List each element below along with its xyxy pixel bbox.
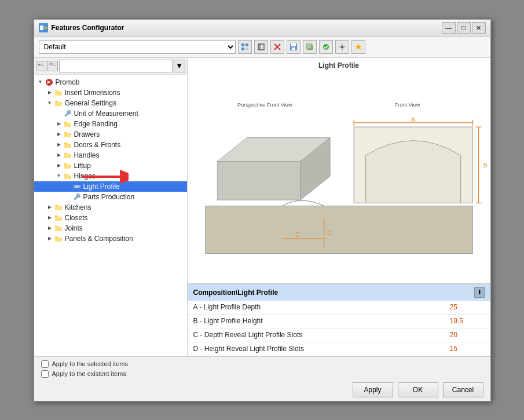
tree-item-joints[interactable]: ▶ Joints (34, 223, 187, 233)
expand-icon-light-profile: ▶ (64, 182, 72, 191)
tree-label-edge: Edge Banding (74, 120, 118, 128)
expand-icon-insert-dims: ▶ (46, 89, 54, 97)
svg-text:D: D (327, 229, 331, 235)
preview-title: Light Profile (318, 61, 359, 70)
right-panel: Light Profile Perspective Front View Fro… (188, 58, 490, 356)
tree-search-dropdown[interactable]: ▼ (174, 60, 185, 72)
tree-item-edge-banding[interactable]: ▶ Edge Banding (34, 119, 187, 129)
tree-item-parts-production[interactable]: ▶ Parts Production (34, 192, 187, 202)
close-button[interactable]: ✕ (472, 22, 486, 34)
preview-svg: Perspective Front View Front View (188, 70, 490, 284)
folder-icon-insert-dims (54, 88, 63, 97)
tree-item-promob[interactable]: ▼ P Promob (34, 77, 187, 87)
cancel-button[interactable]: Cancel (443, 382, 483, 397)
svg-marker-45 (217, 161, 301, 200)
button-row: Apply OK Cancel (41, 382, 483, 397)
tree-label-doors: Doors & Fronts (74, 141, 121, 149)
app-icon (39, 23, 48, 32)
expand-icon-joints: ▶ (46, 224, 54, 232)
tree-item-kitchens[interactable]: ▶ Kitchens (34, 202, 187, 213)
tree-item-doors[interactable]: ▶ Doors & Fronts (34, 140, 187, 150)
property-value-c: 20 (444, 331, 490, 339)
svg-rect-7 (245, 48, 248, 50)
checkbox-existent-items[interactable] (41, 370, 49, 378)
tb-btn-2[interactable] (254, 40, 268, 54)
tree-tb-btn2[interactable] (47, 61, 58, 71)
profile-dropdown[interactable]: Default (39, 40, 236, 54)
tb-btn-copy[interactable] (303, 40, 317, 54)
svg-rect-30 (64, 123, 71, 127)
tree-label-panels: Panels & Composition (65, 235, 133, 243)
expand-icon-edge: ▶ (55, 120, 63, 128)
svg-rect-38 (55, 206, 62, 210)
svg-rect-25 (53, 65, 56, 65)
wrench-icon-parts (72, 192, 82, 202)
preview-area: Light Profile Perspective Front View Fro… (188, 58, 490, 284)
main-window: Features Configurator — □ ✕ Default (34, 19, 491, 401)
expand-icon-hinges: ▼ (55, 172, 63, 180)
tree-item-hinges[interactable]: ▼ Hinges (34, 171, 187, 181)
svg-rect-22 (41, 65, 44, 65)
tree-label-handles: Handles (74, 151, 100, 159)
checkbox-label-existent: Apply to the existent items (52, 370, 126, 377)
tb-btn-delete[interactable] (270, 40, 284, 54)
tb-btn-star[interactable] (351, 40, 365, 54)
svg-rect-41 (55, 238, 62, 242)
tree-tb-btn1[interactable] (36, 61, 46, 71)
tree-item-panels[interactable]: ▶ Panels & Composition (34, 233, 187, 244)
window-controls: — □ ✕ (442, 22, 486, 34)
svg-rect-35 (64, 175, 71, 179)
tree-label-gen-settings: General Settings (65, 99, 116, 107)
tree-label-liftup: Liftup (74, 162, 91, 170)
tree-item-closets[interactable]: ▶ Closets (34, 213, 187, 223)
tb-btn-1[interactable] (238, 40, 252, 54)
title-bar: Features Configurator — □ ✕ (34, 20, 490, 37)
tree-item-liftup[interactable]: ▶ Liftup (34, 160, 187, 171)
folder-icon-panels (54, 234, 63, 243)
maximize-button[interactable]: □ (457, 22, 471, 34)
tree-item-light-profile[interactable]: ▶ Light Profile (34, 181, 187, 192)
apply-button[interactable]: Apply (353, 382, 393, 397)
tree-item-general-settings[interactable]: ▼ General Settings (34, 98, 187, 108)
tb-btn-green[interactable] (319, 40, 333, 54)
svg-text:B: B (483, 162, 487, 168)
svg-text:P: P (47, 80, 50, 85)
expand-icon-gen-settings: ▼ (46, 99, 54, 107)
expand-icon-kitchens: ▶ (46, 203, 54, 211)
light-profile-icon (72, 182, 82, 191)
tree-item-unit-measure[interactable]: ▶ Unit of Measurement (34, 108, 187, 119)
expand-icon-drawers: ▶ (55, 130, 63, 138)
properties-header: Composition\Light Profile ⬆ (188, 284, 490, 301)
checkbox-selected-items[interactable] (41, 360, 49, 368)
property-value-a: 25 (444, 303, 490, 311)
svg-rect-4 (241, 43, 244, 46)
properties-collapse-btn[interactable]: ⬆ (474, 287, 485, 298)
minimize-button[interactable]: — (442, 22, 456, 34)
ok-button[interactable]: OK (398, 382, 438, 397)
svg-rect-3 (45, 27, 47, 29)
svg-rect-34 (64, 165, 71, 169)
property-name-c: C - Depth Reveal Light Profile Slots (188, 331, 444, 339)
svg-rect-33 (64, 154, 71, 158)
tree-search-input[interactable] (59, 60, 173, 72)
main-content: ▼ ▼ P Promob ▶ (34, 58, 490, 356)
property-name-d: D - Height Reveal Light Profile Slots (188, 345, 444, 353)
tree-label-kitchens: Kitchens (65, 203, 91, 211)
promob-icon: P (45, 78, 54, 87)
property-row-b: B - Light Profile Height 19.5 (188, 315, 490, 328)
tree-item-handles[interactable]: ▶ Handles (34, 150, 187, 160)
tree-label-parts: Parts Production (83, 193, 135, 201)
folder-icon-handles (63, 151, 72, 160)
svg-text:Perspective Front View: Perspective Front View (237, 102, 292, 108)
window-title: Features Configurator (52, 24, 442, 32)
tb-btn-settings[interactable] (335, 40, 349, 54)
bottom-bar: Apply to the selected items Apply to the… (34, 356, 490, 401)
tree-content: ▼ P Promob ▶ Insert Dimensions (34, 75, 187, 356)
tree-item-drawers[interactable]: ▶ Drawers (34, 129, 187, 140)
svg-rect-37 (75, 185, 79, 188)
folder-icon-closets (54, 213, 63, 222)
checkbox-row-2: Apply to the existent items (41, 370, 483, 378)
tree-label-closets: Closets (65, 214, 88, 222)
tb-btn-save[interactable] (287, 40, 301, 54)
tree-item-insert-dims[interactable]: ▶ Insert Dimensions (34, 87, 187, 98)
